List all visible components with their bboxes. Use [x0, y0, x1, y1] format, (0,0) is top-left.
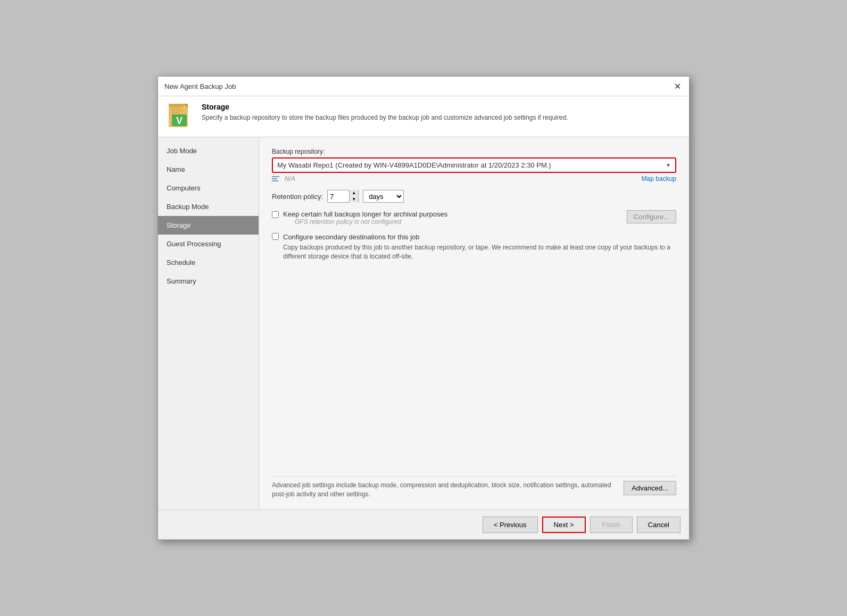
spinner-up-button[interactable]: ▲	[350, 190, 358, 196]
sidebar-item-summary[interactable]: Summary	[158, 272, 259, 290]
repo-info-row: N/A Map backup	[272, 175, 676, 182]
keep-full-backups-section: Keep certain full backups longer for arc…	[272, 210, 676, 226]
previous-button[interactable]: < Previous	[483, 517, 538, 533]
chevron-down-icon: ▼	[666, 162, 671, 168]
secondary-dest-description: Copy backups produced by this job to ano…	[283, 243, 676, 261]
secondary-dest-label[interactable]: Configure secondary destinations for thi…	[283, 233, 676, 241]
svg-text:V: V	[176, 115, 182, 126]
sidebar-item-job-mode[interactable]: Job Mode	[158, 141, 259, 160]
na-text: N/A	[285, 175, 295, 182]
keep-full-backups-checkbox[interactable]	[272, 211, 279, 218]
keep-full-backups-label[interactable]: Keep certain full backups longer for arc…	[283, 210, 447, 218]
backup-repository-section: Backup repository: My Wasabi Repo1 (Crea…	[272, 148, 676, 182]
gfs-policy-text: GFS retention policy is not configured	[295, 218, 447, 226]
footer: < Previous Next > Finish Cancel	[158, 510, 689, 539]
secondary-destinations-section: Configure secondary destinations for thi…	[272, 233, 676, 261]
configure-button[interactable]: Configure...	[627, 210, 676, 223]
sidebar-item-schedule[interactable]: Schedule	[158, 253, 259, 272]
cancel-button[interactable]: Cancel	[637, 517, 680, 533]
close-button[interactable]: ✕	[672, 81, 683, 91]
veeam-icon: V	[167, 103, 194, 130]
backup-repository-value: My Wasabi Repo1 (Created by WIN-V4899A1D…	[277, 161, 551, 169]
next-button[interactable]: Next >	[542, 517, 586, 533]
sidebar-item-computers[interactable]: Computers	[158, 179, 259, 197]
repo-na-info: N/A	[272, 175, 295, 182]
sidebar-item-storage[interactable]: Storage	[158, 216, 259, 235]
sidebar-item-backup-mode[interactable]: Backup Mode	[158, 197, 259, 216]
main-panel: Backup repository: My Wasabi Repo1 (Crea…	[259, 137, 689, 510]
header-title: Storage	[202, 103, 568, 111]
backup-repository-dropdown[interactable]: My Wasabi Repo1 (Created by WIN-V4899A1D…	[272, 157, 676, 173]
lines-icon	[272, 176, 279, 181]
spinner-down-button[interactable]: ▼	[350, 196, 358, 203]
retention-policy-label: Retention policy:	[272, 193, 323, 201]
sidebar: Job Mode Name Computers Backup Mode Stor…	[158, 137, 259, 510]
dialog-window: New Agent Backup Job ✕ V Sto	[157, 76, 690, 540]
retention-policy-section: Retention policy: ▲ ▼ days weeks months	[272, 190, 676, 203]
advanced-row: Advanced job settings include backup mod…	[272, 476, 676, 499]
retention-value-input[interactable]	[328, 190, 349, 202]
header-text: Storage Specify a backup repository to s…	[202, 103, 568, 122]
sidebar-item-guest-processing[interactable]: Guest Processing	[158, 235, 259, 253]
dialog-title: New Agent Backup Job	[164, 82, 236, 90]
header-description: Specify a backup repository to store the…	[202, 113, 568, 122]
keep-full-backups-row: Keep certain full backups longer for arc…	[272, 210, 447, 226]
sidebar-item-name[interactable]: Name	[158, 160, 259, 179]
svg-rect-8	[171, 112, 179, 113]
secondary-dest-header: Configure secondary destinations for thi…	[272, 233, 676, 261]
header-section: V Storage Specify a backup repository to…	[158, 96, 689, 137]
advanced-description: Advanced job settings include backup mod…	[272, 481, 615, 499]
map-backup-link[interactable]: Map backup	[642, 175, 676, 182]
retention-number-input[interactable]: ▲ ▼	[327, 190, 359, 203]
finish-button[interactable]: Finish	[590, 517, 633, 533]
retention-unit-select[interactable]: days weeks months	[363, 190, 404, 203]
svg-rect-6	[171, 108, 181, 109]
svg-rect-7	[171, 110, 184, 111]
retention-spinner: ▲ ▼	[349, 190, 358, 203]
backup-repository-label: Backup repository:	[272, 148, 676, 155]
spacer	[272, 269, 676, 469]
content-area: Job Mode Name Computers Backup Mode Stor…	[158, 137, 689, 510]
title-bar: New Agent Backup Job ✕	[158, 77, 689, 96]
secondary-destinations-checkbox[interactable]	[272, 233, 279, 240]
advanced-button[interactable]: Advanced...	[624, 481, 676, 495]
